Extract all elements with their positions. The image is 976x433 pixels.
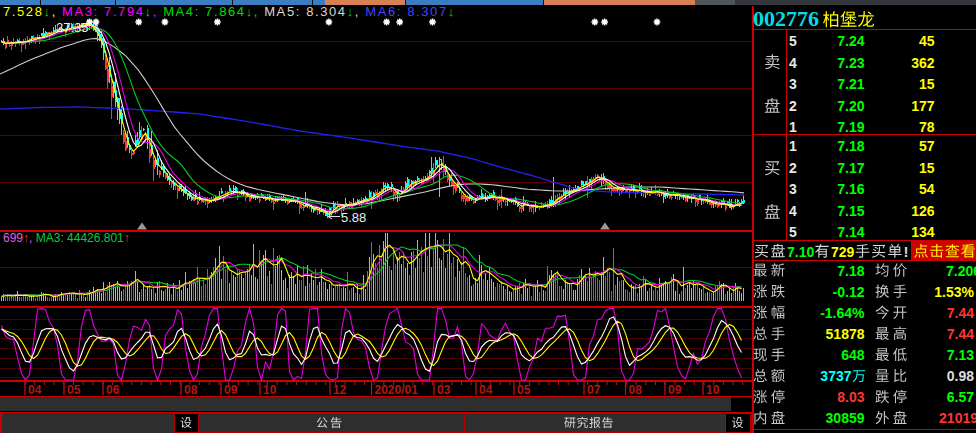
svg-text:7.23: 7.23 (837, 55, 864, 71)
svg-text:7.528↓, MA3: 7.794↓, MA4: 7.86: 7.528↓, MA3: 7.794↓, MA4: 7.864↓, MA5: 8… (3, 4, 456, 19)
svg-text:648: 648 (841, 347, 865, 363)
svg-text:05: 05 (517, 383, 531, 397)
svg-text:7.44: 7.44 (947, 326, 974, 342)
svg-text:04: 04 (28, 383, 42, 397)
svg-text:362: 362 (911, 55, 935, 71)
svg-text:7.10: 7.10 (787, 244, 814, 260)
svg-text:6.57: 6.57 (947, 389, 974, 405)
svg-text:08: 08 (629, 383, 643, 397)
svg-text:2: 2 (789, 160, 797, 176)
svg-text:15: 15 (919, 160, 935, 176)
svg-text:09: 09 (224, 383, 238, 397)
svg-text:54: 54 (919, 181, 935, 197)
svg-text:8.03: 8.03 (837, 389, 864, 405)
svg-text:1: 1 (789, 119, 797, 135)
svg-text:0.98: 0.98 (947, 368, 974, 384)
svg-text:4: 4 (789, 55, 797, 71)
svg-text:27.35: 27.35 (56, 20, 89, 35)
svg-text:1: 1 (789, 138, 797, 154)
svg-text:7.20: 7.20 (837, 98, 864, 114)
svg-text:07: 07 (587, 383, 601, 397)
svg-text:7.16: 7.16 (837, 181, 864, 197)
svg-text:06: 06 (106, 383, 120, 397)
svg-text:-0.12: -0.12 (833, 284, 865, 300)
svg-text:05: 05 (67, 383, 81, 397)
svg-text:699↑, MA3: 44426.801↑: 699↑, MA3: 44426.801↑ (3, 231, 130, 245)
svg-text:10: 10 (706, 383, 720, 397)
svg-text:177: 177 (911, 98, 935, 114)
svg-text:134: 134 (911, 224, 935, 240)
svg-text:78: 78 (919, 119, 935, 135)
svg-text:5: 5 (789, 33, 797, 49)
svg-text:03: 03 (437, 383, 451, 397)
svg-text:7.44: 7.44 (947, 305, 974, 321)
svg-text:15: 15 (919, 76, 935, 92)
svg-text:002776: 002776 (753, 6, 819, 31)
svg-text:-1.64%: -1.64% (820, 305, 865, 321)
svg-text:7.206: 7.206 (946, 263, 976, 279)
svg-text:7.21: 7.21 (837, 76, 864, 92)
svg-text:2020/01: 2020/01 (375, 383, 419, 397)
svg-text:21019: 21019 (939, 410, 976, 426)
svg-text:7.13: 7.13 (947, 347, 974, 363)
svg-text:30859: 30859 (826, 410, 865, 426)
svg-text:12: 12 (333, 383, 347, 397)
svg-text:51878: 51878 (826, 326, 865, 342)
svg-text:04: 04 (479, 383, 493, 397)
svg-text:!: ! (904, 243, 909, 260)
svg-text:10: 10 (263, 383, 277, 397)
svg-text:7.24: 7.24 (837, 33, 864, 49)
svg-text:7.19: 7.19 (837, 119, 864, 135)
svg-text:3: 3 (789, 76, 797, 92)
svg-text:5.88: 5.88 (341, 210, 366, 225)
svg-text:7.18: 7.18 (837, 263, 864, 279)
svg-text:2: 2 (789, 98, 797, 114)
svg-text:126: 126 (911, 203, 935, 219)
svg-text:3737: 3737 (820, 368, 851, 384)
svg-text:7.15: 7.15 (837, 203, 864, 219)
svg-text:7.14: 7.14 (837, 224, 864, 240)
svg-text:1.53%: 1.53% (934, 284, 974, 300)
svg-text:57: 57 (919, 138, 935, 154)
svg-text:4: 4 (789, 203, 797, 219)
svg-text:3: 3 (789, 181, 797, 197)
svg-text:5: 5 (789, 224, 797, 240)
svg-text:08: 08 (184, 383, 198, 397)
svg-text:7.17: 7.17 (837, 160, 864, 176)
svg-text:09: 09 (668, 383, 682, 397)
svg-text:729: 729 (831, 244, 855, 260)
svg-text:7.18: 7.18 (837, 138, 864, 154)
svg-text:45: 45 (919, 33, 935, 49)
